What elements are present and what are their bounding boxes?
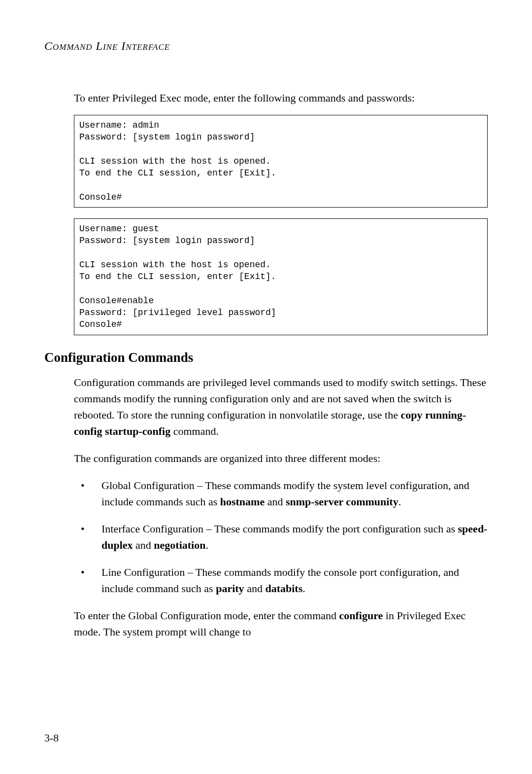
config-paragraph-3: To enter the Global Configuration mode, … (74, 607, 488, 640)
b1-bold1: hostname (220, 495, 265, 508)
config-paragraph-1: Configuration commands are privileged le… (74, 374, 488, 439)
intro-paragraph: To enter Privileged Exec mode, enter the… (74, 90, 488, 106)
b3-bold1: parity (216, 582, 244, 595)
b3-post: . (302, 582, 305, 595)
b3-bold2: databits (265, 582, 302, 595)
b2-bold2: negotiation (154, 539, 205, 551)
b2-post: . (205, 539, 208, 551)
p1-post: command. (170, 425, 219, 437)
section-heading-config-commands: Configuration Commands (44, 350, 488, 365)
b2-mid: and (133, 539, 154, 551)
p3-pre: To enter the Global Configuration mode, … (74, 609, 339, 622)
config-paragraph-2: The configuration commands are organized… (74, 450, 488, 466)
b1-post: . (399, 495, 401, 508)
b2-pre: Interface Configuration – These commands… (101, 523, 458, 535)
code-block-admin: Username: admin Password: [system login … (74, 115, 488, 208)
page-content: To enter Privileged Exec mode, enter the… (74, 90, 488, 640)
b1-bold2: snmp-server community (286, 495, 399, 508)
bullet-global-config: Global Configuration – These commands mo… (74, 477, 488, 510)
b1-mid: and (265, 495, 286, 508)
page-header: Command Line Interface (44, 39, 488, 53)
page-number: 3-8 (44, 732, 59, 744)
bullet-interface-config: Interface Configuration – These commands… (74, 521, 488, 553)
p3-bold: configure (339, 609, 383, 622)
bullet-line-config: Line Configuration – These commands modi… (74, 564, 488, 597)
b3-mid: and (244, 582, 266, 595)
code-block-guest: Username: guest Password: [system login … (74, 218, 488, 335)
bullet-list: Global Configuration – These commands mo… (74, 477, 488, 597)
header-text: Command Line Interface (44, 39, 170, 52)
